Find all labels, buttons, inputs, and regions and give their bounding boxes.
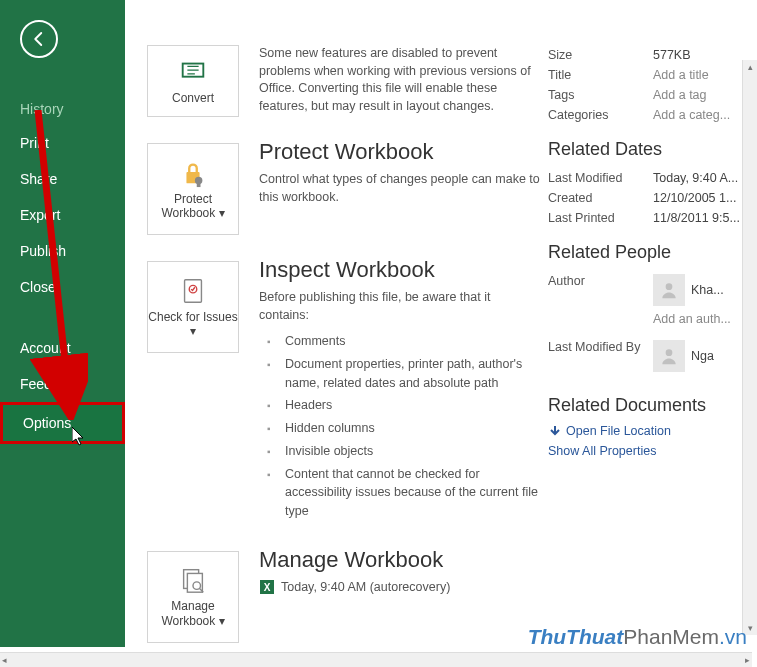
checklist-icon bbox=[178, 276, 208, 306]
vertical-scrollbar[interactable]: ▴ ▾ bbox=[742, 60, 757, 635]
manage-workbook-tile[interactable]: Manage Workbook ▾ bbox=[147, 551, 239, 643]
prop-title-label: Title bbox=[548, 68, 653, 82]
svg-rect-9 bbox=[197, 182, 201, 187]
related-docs-heading: Related Documents bbox=[548, 395, 751, 416]
back-button[interactable] bbox=[20, 20, 58, 58]
svg-point-18 bbox=[666, 283, 673, 290]
main-content: Convert Some new features are disabled t… bbox=[125, 0, 757, 647]
open-file-location-label: Open File Location bbox=[566, 424, 671, 438]
horizontal-scrollbar[interactable]: ◂ ▸ bbox=[0, 652, 752, 667]
list-item: Hidden columns bbox=[259, 419, 540, 438]
scroll-up-icon[interactable]: ▴ bbox=[744, 60, 756, 74]
prop-categories-label: Categories bbox=[548, 108, 653, 122]
related-people-heading: Related People bbox=[548, 242, 751, 263]
author-name: Kha... bbox=[691, 283, 724, 297]
check-issues-tile[interactable]: Check for Issues ▾ bbox=[147, 261, 239, 353]
folder-arrow-icon bbox=[548, 424, 562, 438]
scroll-left-icon[interactable]: ◂ bbox=[2, 655, 7, 665]
watermark: ThuThuatPhanMem.vn bbox=[528, 625, 747, 649]
sidebar-options-label: Options bbox=[23, 415, 71, 431]
sidebar-publish[interactable]: Publish bbox=[0, 233, 125, 269]
manage-icon bbox=[178, 565, 208, 595]
check-issues-tile-label: Check for Issues ▾ bbox=[148, 310, 238, 339]
convert-description: Some new features are disabled to preven… bbox=[259, 45, 540, 115]
prop-author-label: Author bbox=[548, 274, 653, 288]
manage-tile-label: Manage Workbook ▾ bbox=[148, 599, 238, 628]
prop-lastmodby-label: Last Modified By bbox=[548, 340, 653, 354]
sidebar-history[interactable]: History bbox=[0, 93, 125, 125]
prop-lastmod-value: Today, 9:40 A... bbox=[653, 171, 738, 185]
convert-tile[interactable]: Convert bbox=[147, 45, 239, 117]
sidebar-export[interactable]: Export bbox=[0, 197, 125, 233]
open-file-location[interactable]: Open File Location bbox=[548, 424, 751, 438]
autorecovery-item[interactable]: X Today, 9:40 AM (autorecovery) bbox=[259, 579, 540, 595]
scroll-right-icon[interactable]: ▸ bbox=[745, 655, 750, 665]
protect-heading: Protect Workbook bbox=[259, 139, 540, 165]
manage-heading: Manage Workbook bbox=[259, 547, 540, 573]
convert-icon bbox=[178, 57, 208, 87]
prop-tags-value[interactable]: Add a tag bbox=[653, 88, 707, 102]
sidebar-share[interactable]: Share bbox=[0, 161, 125, 197]
excel-file-icon: X bbox=[259, 579, 275, 595]
prop-title-value[interactable]: Add a title bbox=[653, 68, 709, 82]
sidebar-close[interactable]: Close bbox=[0, 269, 125, 305]
sidebar-print[interactable]: Print bbox=[0, 125, 125, 161]
protect-tile-label: Protect Workbook ▾ bbox=[148, 192, 238, 221]
protect-description: Control what types of changes people can… bbox=[259, 171, 540, 206]
avatar-icon bbox=[653, 340, 685, 372]
cursor-icon bbox=[72, 427, 88, 447]
prop-tags-label: Tags bbox=[548, 88, 653, 102]
list-item: Content that cannot be checked for acces… bbox=[259, 465, 540, 521]
properties-panel: Size577KB TitleAdd a title TagsAdd a tag… bbox=[540, 45, 757, 647]
related-dates-heading: Related Dates bbox=[548, 139, 751, 160]
lastmodby-person[interactable]: Nga bbox=[653, 340, 714, 372]
backstage-sidebar: History Print Share Export Publish Close… bbox=[0, 0, 125, 647]
inspect-list: Comments Document properties, printer pa… bbox=[259, 332, 540, 521]
list-item: Document properties, printer path, autho… bbox=[259, 355, 540, 393]
avatar-icon bbox=[653, 274, 685, 306]
prop-created-label: Created bbox=[548, 191, 653, 205]
svg-text:X: X bbox=[264, 582, 271, 593]
prop-categories-value[interactable]: Add a categ... bbox=[653, 108, 730, 122]
sidebar-feedback[interactable]: Feedback bbox=[0, 366, 125, 402]
svg-point-19 bbox=[666, 349, 673, 356]
sidebar-account[interactable]: Account bbox=[0, 330, 125, 366]
prop-created-value: 12/10/2005 1... bbox=[653, 191, 736, 205]
list-item: Comments bbox=[259, 332, 540, 351]
sidebar-options[interactable]: Options bbox=[0, 402, 125, 444]
prop-size-label: Size bbox=[548, 48, 653, 62]
author-person[interactable]: Kha... bbox=[653, 274, 731, 306]
list-item: Invisible objects bbox=[259, 442, 540, 461]
protect-workbook-tile[interactable]: Protect Workbook ▾ bbox=[147, 143, 239, 235]
autorecovery-label: Today, 9:40 AM (autorecovery) bbox=[281, 580, 450, 594]
list-item: Headers bbox=[259, 396, 540, 415]
prop-lastprinted-value: 11/8/2011 9:5... bbox=[653, 211, 740, 225]
show-all-properties[interactable]: Show All Properties bbox=[548, 444, 751, 458]
prop-lastmod-label: Last Modified bbox=[548, 171, 653, 185]
lock-icon bbox=[178, 158, 208, 188]
prop-size-value: 577KB bbox=[653, 48, 691, 62]
lastmodby-name: Nga bbox=[691, 349, 714, 363]
inspect-heading: Inspect Workbook bbox=[259, 257, 540, 283]
inspect-description: Before publishing this file, be aware th… bbox=[259, 289, 540, 324]
prop-lastprinted-label: Last Printed bbox=[548, 211, 653, 225]
add-author[interactable]: Add an auth... bbox=[653, 312, 731, 326]
convert-tile-label: Convert bbox=[172, 91, 214, 105]
